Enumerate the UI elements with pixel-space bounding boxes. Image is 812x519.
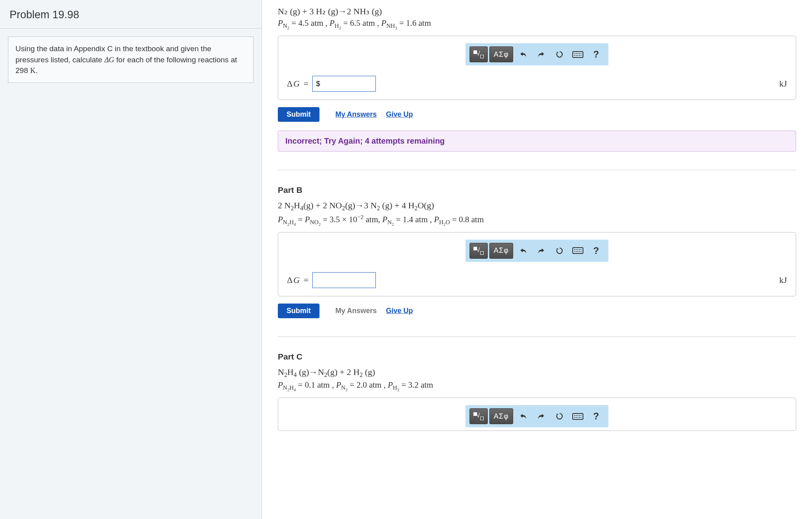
reset-icon bbox=[555, 412, 564, 421]
main-content: N₂ (g) + 3 H₂ (g)→2 NH₃ (g) PN2 = 4.5 at… bbox=[262, 0, 812, 519]
pressure-values: PN2 = 4.5 atm , PH2 = 6.5 atm , PNH3 = 1… bbox=[278, 18, 796, 30]
reset-icon bbox=[555, 50, 564, 59]
reset-button[interactable] bbox=[551, 243, 568, 259]
redo-icon bbox=[537, 247, 546, 254]
redo-icon bbox=[537, 413, 546, 420]
templates-icon: √ bbox=[473, 50, 484, 58]
my-answers-link: My Answers bbox=[335, 307, 377, 315]
templates-icon: √ bbox=[473, 412, 484, 420]
redo-button[interactable] bbox=[533, 408, 550, 424]
undo-button[interactable] bbox=[515, 243, 531, 259]
part-c: Part C N2H4 (g)→N2(g) + 2 H2 (g) PN2H4 =… bbox=[278, 352, 796, 431]
feedback-message: Incorrect; Try Again; 4 attempts remaini… bbox=[278, 131, 796, 152]
divider bbox=[278, 336, 796, 337]
delta-g-symbol: ΔG bbox=[104, 56, 114, 64]
help-button[interactable]: ? bbox=[588, 243, 604, 259]
action-row: Submit My Answers Give Up bbox=[278, 107, 796, 122]
part-b: Part B 2 N2H4(g) + 2 NO2(g)→3 N2 (g) + 4… bbox=[278, 185, 796, 318]
pressure-values: PN2H4 = PNO2 = 3.5 × 10−2 atm, PN2 = 1.4… bbox=[278, 214, 796, 227]
templates-button[interactable]: √ bbox=[469, 408, 488, 424]
equals-sign: = bbox=[304, 275, 308, 285]
pressure-values: PN2H4 = 0.1 atm , PN2 = 2.0 atm , PH2 = … bbox=[278, 380, 796, 392]
answer-input-row: ΔG = kJ bbox=[287, 272, 787, 288]
keyboard-icon bbox=[572, 51, 583, 58]
delta-g-label: ΔG bbox=[287, 79, 300, 89]
reaction-equation: 2 N2H4(g) + 2 NO2(g)→3 N2 (g) + 4 H2O(g) bbox=[278, 200, 796, 212]
help-button[interactable]: ? bbox=[588, 46, 604, 62]
keyboard-button[interactable] bbox=[570, 408, 586, 424]
undo-icon bbox=[519, 413, 527, 420]
equation-toolbar: √ ΑΣφ bbox=[466, 43, 608, 65]
reset-button[interactable] bbox=[551, 46, 568, 62]
answer-input-row: ΔG = kJ bbox=[287, 76, 787, 92]
reaction-equation: N₂ (g) + 3 H₂ (g)→2 NH₃ (g) bbox=[278, 6, 796, 17]
equation-toolbar: √ ΑΣφ bbox=[466, 240, 608, 262]
undo-icon bbox=[519, 51, 527, 58]
reset-button[interactable] bbox=[551, 408, 568, 424]
equation-toolbar: √ ΑΣφ bbox=[466, 405, 608, 427]
delta-g-label: ΔG bbox=[287, 275, 300, 285]
keyboard-icon bbox=[572, 247, 583, 254]
redo-button[interactable] bbox=[533, 243, 550, 259]
kelvin-unit: K bbox=[30, 66, 36, 75]
sidebar: Problem 19.98 Using the data in Appendix… bbox=[0, 0, 262, 519]
greek-button[interactable]: ΑΣφ bbox=[489, 408, 513, 424]
problem-title: Problem 19.98 bbox=[0, 0, 262, 29]
answer-box: √ ΑΣφ bbox=[278, 398, 796, 431]
submit-button[interactable]: Submit bbox=[278, 304, 319, 318]
answer-box: √ ΑΣφ bbox=[278, 232, 796, 296]
unit-label: kJ bbox=[779, 79, 787, 89]
answer-input[interactable] bbox=[312, 76, 376, 92]
undo-button[interactable] bbox=[515, 408, 531, 424]
my-answers-link[interactable]: My Answers bbox=[335, 110, 377, 118]
undo-button[interactable] bbox=[515, 46, 531, 62]
reaction-equation: N2H4 (g)→N2(g) + 2 H2 (g) bbox=[278, 367, 796, 379]
keyboard-button[interactable] bbox=[570, 46, 586, 62]
part-b-title: Part B bbox=[278, 185, 796, 195]
instr-text-3: . bbox=[36, 66, 38, 75]
divider bbox=[278, 170, 796, 170]
answer-box: √ ΑΣφ bbox=[278, 36, 796, 100]
keyboard-icon bbox=[572, 413, 583, 420]
unit-label: kJ bbox=[779, 275, 787, 285]
templates-button[interactable]: √ bbox=[469, 243, 488, 259]
help-button[interactable]: ? bbox=[588, 408, 604, 424]
give-up-link[interactable]: Give Up bbox=[386, 110, 413, 118]
action-row: Submit My Answers Give Up bbox=[278, 304, 796, 318]
undo-icon bbox=[519, 247, 527, 254]
redo-button[interactable] bbox=[533, 46, 550, 62]
problem-instructions: Using the data in Appendix C in the text… bbox=[8, 37, 254, 83]
greek-button[interactable]: ΑΣφ bbox=[489, 46, 513, 62]
give-up-link[interactable]: Give Up bbox=[386, 307, 413, 315]
part-a: N₂ (g) + 3 H₂ (g)→2 NH₃ (g) PN2 = 4.5 at… bbox=[278, 6, 796, 152]
templates-button[interactable]: √ bbox=[469, 46, 488, 62]
keyboard-button[interactable] bbox=[570, 243, 586, 259]
equals-sign: = bbox=[304, 79, 308, 89]
part-c-title: Part C bbox=[278, 352, 796, 361]
reset-icon bbox=[555, 246, 564, 255]
templates-icon: √ bbox=[473, 247, 484, 255]
submit-button[interactable]: Submit bbox=[278, 107, 319, 122]
greek-button[interactable]: ΑΣφ bbox=[489, 243, 513, 259]
answer-input[interactable] bbox=[312, 272, 376, 288]
redo-icon bbox=[537, 51, 546, 58]
